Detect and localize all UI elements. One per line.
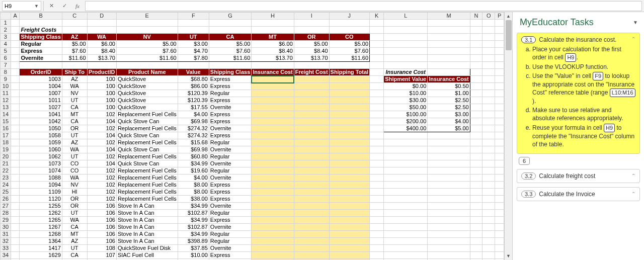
cell[interactable]: 102 bbox=[87, 167, 116, 175]
cell[interactable] bbox=[370, 97, 384, 104]
cell[interactable]: 1109 bbox=[20, 189, 62, 196]
cell[interactable] bbox=[470, 27, 482, 34]
row-header[interactable]: 29 bbox=[1, 217, 11, 224]
cell[interactable] bbox=[470, 231, 482, 238]
cell[interactable]: $8.40 bbox=[87, 48, 116, 55]
cell[interactable]: Insurance Cost bbox=[428, 76, 470, 83]
cell[interactable] bbox=[482, 153, 495, 160]
cell[interactable]: MT bbox=[62, 111, 87, 118]
cell[interactable] bbox=[428, 27, 470, 34]
cell[interactable] bbox=[178, 27, 209, 34]
cell[interactable]: $0.00 bbox=[384, 83, 428, 90]
row-header[interactable]: 9 bbox=[1, 76, 11, 83]
cell[interactable]: Replacement Fuel Cells bbox=[116, 175, 178, 182]
cell[interactable]: UT bbox=[62, 245, 87, 252]
cell[interactable] bbox=[384, 27, 428, 34]
cell[interactable] bbox=[470, 125, 482, 132]
cell[interactable] bbox=[11, 34, 20, 41]
cell[interactable] bbox=[11, 167, 20, 175]
cell[interactable] bbox=[329, 83, 370, 90]
cell[interactable] bbox=[482, 62, 495, 69]
cell[interactable] bbox=[294, 139, 329, 146]
cell[interactable] bbox=[87, 62, 116, 69]
cell[interactable] bbox=[384, 224, 428, 231]
cell[interactable] bbox=[329, 97, 370, 104]
cell[interactable] bbox=[482, 83, 495, 90]
cell[interactable]: 1074 bbox=[20, 167, 62, 175]
cell[interactable]: 106 bbox=[87, 203, 116, 210]
cell[interactable]: Express bbox=[209, 76, 251, 83]
cell[interactable] bbox=[329, 160, 370, 167]
cell[interactable] bbox=[370, 153, 384, 160]
cell[interactable] bbox=[252, 90, 294, 97]
cell[interactable] bbox=[384, 146, 428, 153]
row-header[interactable]: 12 bbox=[1, 97, 11, 104]
cell[interactable] bbox=[370, 20, 384, 27]
cell[interactable] bbox=[329, 146, 370, 153]
col-header[interactable]: O bbox=[482, 13, 495, 20]
cell[interactable] bbox=[470, 245, 482, 252]
cell[interactable]: 102 bbox=[87, 189, 116, 196]
cell[interactable]: Overnite bbox=[209, 175, 251, 182]
cell[interactable] bbox=[252, 196, 294, 203]
row-header[interactable]: 23 bbox=[1, 175, 11, 182]
cell[interactable]: 102 bbox=[87, 175, 116, 182]
cell[interactable]: OrderID bbox=[20, 69, 62, 76]
cell[interactable]: $8.40 bbox=[294, 48, 329, 55]
cell[interactable]: Overnite bbox=[209, 160, 251, 167]
cell[interactable] bbox=[62, 62, 87, 69]
cell[interactable]: Express bbox=[209, 132, 251, 139]
cell[interactable] bbox=[11, 160, 20, 167]
cell[interactable] bbox=[482, 238, 495, 245]
cell[interactable] bbox=[329, 182, 370, 189]
cell[interactable]: 104 bbox=[87, 146, 116, 153]
cell[interactable] bbox=[11, 196, 20, 203]
cell[interactable] bbox=[252, 125, 294, 132]
cell[interactable]: Regular bbox=[209, 210, 251, 217]
cell[interactable] bbox=[252, 160, 294, 167]
cell[interactable] bbox=[495, 27, 504, 34]
cell[interactable] bbox=[209, 62, 251, 69]
cell[interactable]: 1417 bbox=[20, 245, 62, 252]
cell[interactable]: 1267 bbox=[20, 224, 62, 231]
cell[interactable] bbox=[482, 97, 495, 104]
cell[interactable] bbox=[482, 224, 495, 231]
cell[interactable] bbox=[329, 62, 370, 69]
cell[interactable] bbox=[370, 111, 384, 118]
cell[interactable]: $5.00 bbox=[428, 125, 470, 132]
cell[interactable] bbox=[11, 238, 20, 245]
cell[interactable] bbox=[495, 167, 504, 175]
cell[interactable]: OR bbox=[294, 34, 329, 41]
cell[interactable] bbox=[294, 189, 329, 196]
cell[interactable]: CA bbox=[62, 252, 87, 259]
cell[interactable]: $102.87 bbox=[178, 210, 209, 217]
col-header[interactable]: A bbox=[11, 13, 20, 20]
cell[interactable]: $5.00 bbox=[329, 41, 370, 48]
col-header[interactable]: J bbox=[329, 13, 370, 20]
cell[interactable] bbox=[329, 76, 370, 83]
cell[interactable] bbox=[384, 238, 428, 245]
cell[interactable]: Replacement Fuel Cells bbox=[116, 189, 178, 196]
cell[interactable] bbox=[370, 196, 384, 203]
row-header[interactable]: 28 bbox=[1, 210, 11, 217]
cell[interactable] bbox=[252, 245, 294, 252]
cell[interactable]: 1073 bbox=[20, 160, 62, 167]
row-header[interactable]: 26 bbox=[1, 196, 11, 203]
cell[interactable] bbox=[370, 182, 384, 189]
cell[interactable]: 1094 bbox=[20, 182, 62, 189]
cell[interactable] bbox=[252, 62, 294, 69]
cell[interactable] bbox=[428, 20, 470, 27]
cell[interactable] bbox=[252, 118, 294, 125]
cell[interactable]: $8.40 bbox=[252, 48, 294, 55]
cell[interactable] bbox=[384, 34, 428, 41]
cell[interactable]: 1120 bbox=[20, 196, 62, 203]
cell[interactable]: Value bbox=[178, 69, 209, 76]
cell[interactable]: Regular bbox=[20, 41, 62, 48]
cell[interactable]: NV bbox=[62, 182, 87, 189]
cell[interactable]: 106 bbox=[87, 217, 116, 224]
cell[interactable] bbox=[384, 217, 428, 224]
cell[interactable] bbox=[428, 231, 470, 238]
cell[interactable]: $4.00 bbox=[428, 118, 470, 125]
cell[interactable]: $13.70 bbox=[294, 55, 329, 62]
cell[interactable] bbox=[495, 217, 504, 224]
